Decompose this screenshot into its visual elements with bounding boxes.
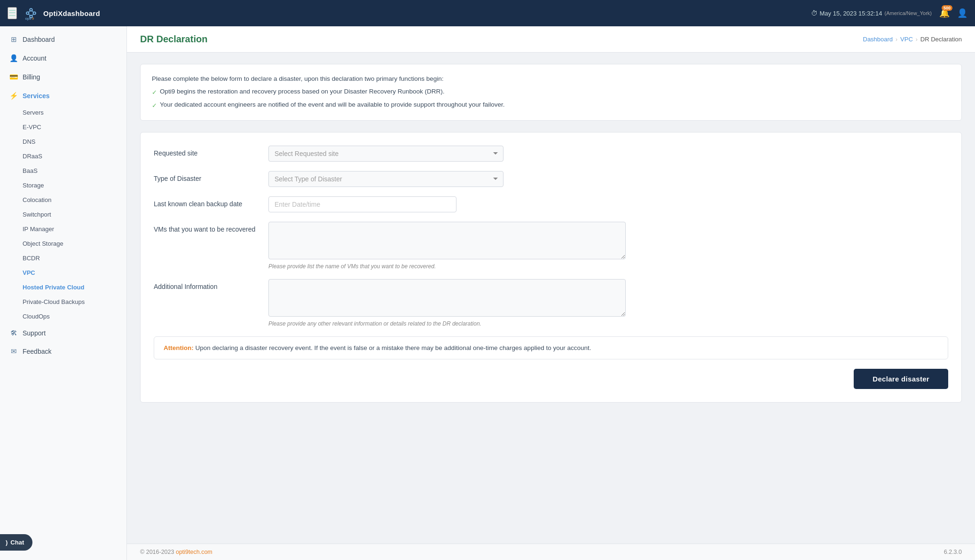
info-intro: Please complete the below form to declar… (152, 74, 950, 85)
sidebar-sub-label-draas: DRaaS (23, 153, 42, 160)
page-footer: © 2016-2023 opti9tech.com 6.2.3.0 (127, 544, 975, 560)
sidebar-sub-hostedprivatecloud[interactable]: Hosted Private Cloud (0, 280, 126, 295)
sidebar-sub-label-objectstorage: Object Storage (23, 240, 63, 247)
info-point1: ✓ Opti9 begins the restoration and recov… (152, 86, 950, 98)
chat-button[interactable]: ) Chat (0, 534, 32, 551)
sidebar-sub-bcdr[interactable]: BCDR (0, 251, 126, 265)
sidebar-sub-ipmanager[interactable]: IP Manager (0, 222, 126, 236)
user-profile-button[interactable]: 👤 (957, 8, 967, 18)
svg-line-4 (29, 11, 31, 13)
vms-label: VMs that you want to be recovered (154, 222, 257, 233)
notifications-bell-button[interactable]: 🔔 500 (939, 8, 950, 18)
navbar-left: ☰ opti 9 OptiXdashboard (8, 5, 811, 22)
datetime-display: ⏱ May 15, 2023 15:32:14 (America/New_Yor… (811, 9, 932, 17)
info-point2: ✓ Your dedicated account engineers are n… (152, 100, 950, 111)
sidebar-sub-evpc[interactable]: E-VPC (0, 120, 126, 134)
sidebar-nav: ⊞ Dashboard 👤 Account 💳 Billing ⚡ Servic… (0, 26, 126, 560)
app-name: OptiXdashboard (43, 9, 100, 17)
footer-copyright: © 2016-2023 opti9tech.com (140, 549, 212, 555)
dashboard-icon: ⊞ (9, 35, 18, 44)
sidebar-sub-switchport[interactable]: Switchport (0, 207, 126, 222)
vms-hint: Please provide list the name of VMs that… (268, 263, 948, 270)
notification-badge: 500 (942, 5, 952, 11)
sidebar-sub-label-dns: DNS (23, 138, 35, 145)
sidebar-sub-servers[interactable]: Servers (0, 105, 126, 120)
hamburger-button[interactable]: ☰ (8, 7, 17, 19)
vms-field: Please provide list the name of VMs that… (268, 222, 948, 270)
support-icon: 🛠 (9, 329, 18, 337)
sidebar-sub-label-hostedprivatecloud: Hosted Private Cloud (23, 284, 84, 291)
check-icon-1: ✓ (152, 87, 157, 98)
requested-site-field: Select Requested site (268, 146, 948, 162)
sidebar-item-label-dashboard: Dashboard (23, 36, 55, 43)
requested-site-label: Requested site (154, 146, 257, 157)
sidebar-sub-label-privatecloudbackups: Private-Cloud Backups (23, 298, 85, 305)
chat-icon: ) (6, 539, 8, 546)
account-icon: 👤 (9, 54, 18, 62)
footer-link[interactable]: opti9tech.com (176, 549, 212, 555)
sidebar-item-billing[interactable]: 💳 Billing (0, 68, 126, 86)
sidebar-sub-label-bcdr: BCDR (23, 255, 40, 262)
breadcrumb-vpc[interactable]: VPC (900, 36, 913, 43)
layout: ⊞ Dashboard 👤 Account 💳 Billing ⚡ Servic… (0, 26, 975, 560)
form-row-last-backup: Last known clean backup date (154, 196, 948, 212)
sidebar-item-support[interactable]: 🛠 Support (0, 324, 126, 342)
sidebar-item-label-support: Support (23, 329, 46, 337)
sidebar-sub-baas[interactable]: BaaS (0, 163, 126, 178)
last-backup-input[interactable] (268, 196, 456, 212)
vms-textarea[interactable] (268, 222, 626, 259)
breadcrumb-current: DR Declaration (920, 36, 962, 43)
sidebar-sub-label-colocation: Colocation (23, 196, 51, 203)
sidebar-sub-label-storage: Storage (23, 182, 44, 189)
sidebar-sub-label-cloudops: CloudOps (23, 313, 50, 320)
last-backup-label: Last known clean backup date (154, 196, 257, 208)
clock-icon: ⏱ (811, 9, 818, 17)
logo-area: opti 9 OptiXdashboard (23, 5, 100, 22)
chat-label: Chat (10, 539, 24, 546)
sidebar-sub-storage[interactable]: Storage (0, 178, 126, 193)
sidebar-sub-privatecloudbackups[interactable]: Private-Cloud Backups (0, 295, 126, 309)
sidebar-sub-colocation[interactable]: Colocation (0, 193, 126, 207)
breadcrumb-sep-1: › (896, 36, 897, 43)
svg-line-6 (32, 14, 34, 16)
sidebar-item-services[interactable]: ⚡ Services (0, 86, 126, 105)
sidebar-sub-draas[interactable]: DRaaS (0, 149, 126, 163)
type-disaster-label: Type of Disaster (154, 171, 257, 182)
feedback-icon: ✉ (9, 347, 18, 356)
logo-icon: opti 9 (23, 5, 39, 22)
main-content: DR Declaration Dashboard › VPC › DR Decl… (127, 26, 975, 560)
attention-label: Attention: (164, 344, 194, 351)
billing-icon: 💳 (9, 73, 18, 81)
sidebar-sub-cloudops[interactable]: CloudOps (0, 309, 126, 324)
page-body: Please complete the below form to declar… (127, 53, 975, 544)
declare-disaster-button[interactable]: Declare disaster (854, 369, 948, 389)
info-box: Please complete the below form to declar… (140, 64, 962, 121)
check-icon-2: ✓ (152, 101, 157, 111)
sidebar-sub-label-vpc: VPC (23, 269, 35, 276)
form-row-requested-site: Requested site Select Requested site (154, 146, 948, 162)
sidebar-sub-label-switchport: Switchport (23, 211, 51, 218)
type-disaster-select[interactable]: Select Type of Disaster (268, 171, 503, 187)
last-backup-field (268, 196, 948, 212)
form-row-type-disaster: Type of Disaster Select Type of Disaster (154, 171, 948, 187)
breadcrumb-dashboard[interactable]: Dashboard (863, 36, 893, 43)
attention-text: Upon declaring a disaster recovery event… (196, 344, 591, 351)
svg-line-5 (32, 11, 34, 13)
additional-textarea[interactable] (268, 279, 626, 317)
sidebar-item-account[interactable]: 👤 Account (0, 49, 126, 68)
sidebar: ⊞ Dashboard 👤 Account 💳 Billing ⚡ Servic… (0, 26, 127, 560)
sidebar-sub-vpc[interactable]: VPC (0, 265, 126, 280)
sidebar-sub-label-ipmanager: IP Manager (23, 226, 54, 233)
page-title: DR Declaration (140, 34, 207, 45)
additional-hint: Please provide any other relevant inform… (268, 320, 948, 327)
sidebar-item-feedback[interactable]: ✉ Feedback (0, 342, 126, 361)
breadcrumb-sep-2: › (916, 36, 918, 43)
sidebar-sub-label-servers: Servers (23, 109, 44, 116)
sidebar-sub-objectstorage[interactable]: Object Storage (0, 236, 126, 251)
sidebar-sub-dns[interactable]: DNS (0, 134, 126, 149)
requested-site-select[interactable]: Select Requested site (268, 146, 503, 162)
sidebar-item-label-feedback: Feedback (23, 348, 51, 355)
sidebar-item-label-account: Account (23, 54, 47, 62)
form-row-vms: VMs that you want to be recovered Please… (154, 222, 948, 270)
sidebar-item-dashboard[interactable]: ⊞ Dashboard (0, 30, 126, 49)
